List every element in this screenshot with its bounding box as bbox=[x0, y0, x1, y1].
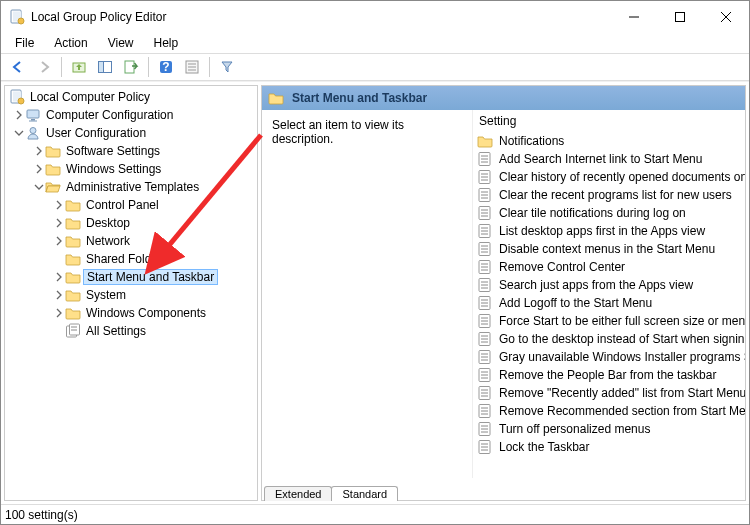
tree-start-menu-taskbar[interactable]: Start Menu and Taskbar bbox=[5, 268, 257, 286]
folder-icon bbox=[65, 305, 81, 321]
setting-row[interactable]: Disable context menus in the Start Menu bbox=[473, 240, 745, 258]
setting-row[interactable]: Lock the Taskbar bbox=[473, 438, 745, 456]
folder-icon bbox=[477, 133, 493, 149]
toolbar: ? bbox=[1, 53, 749, 81]
setting-label: Remove the People Bar from the taskbar bbox=[499, 368, 716, 382]
export-button[interactable] bbox=[119, 55, 143, 79]
policy-item-icon bbox=[477, 385, 493, 401]
setting-row[interactable]: Clear tile notifications during log on bbox=[473, 204, 745, 222]
svg-rect-24 bbox=[125, 61, 134, 73]
setting-label: Search just apps from the Apps view bbox=[499, 278, 693, 292]
window-title: Local Group Policy Editor bbox=[31, 10, 611, 24]
menu-view[interactable]: View bbox=[98, 34, 144, 52]
properties-button[interactable] bbox=[180, 55, 204, 79]
setting-row[interactable]: Add Logoff to the Start Menu bbox=[473, 294, 745, 312]
tree-computer-config[interactable]: Computer Configuration bbox=[5, 106, 257, 124]
menu-help[interactable]: Help bbox=[144, 34, 189, 52]
folder-icon bbox=[65, 251, 81, 267]
tree-network[interactable]: Network bbox=[5, 232, 257, 250]
help-button[interactable]: ? bbox=[154, 55, 178, 79]
settings-list: Setting NotificationsAdd Search Internet… bbox=[472, 110, 745, 478]
folder-icon bbox=[268, 90, 284, 106]
setting-row[interactable]: Force Start to be either full screen siz… bbox=[473, 312, 745, 330]
menu-bar: File Action View Help bbox=[1, 33, 749, 53]
setting-row[interactable]: Notifications bbox=[473, 132, 745, 150]
computer-icon bbox=[25, 107, 41, 123]
setting-label: List desktop apps first in the Apps view bbox=[499, 224, 705, 238]
setting-row[interactable]: Remove Recommended section from Start Me… bbox=[473, 402, 745, 420]
tree-shared-folders[interactable]: Shared Folders bbox=[5, 250, 257, 268]
policy-item-icon bbox=[477, 187, 493, 203]
setting-label: Lock the Taskbar bbox=[499, 440, 590, 454]
tree-user-config[interactable]: User Configuration bbox=[5, 124, 257, 142]
collapse-icon[interactable] bbox=[13, 127, 25, 139]
menu-file[interactable]: File bbox=[5, 34, 44, 52]
expand-icon[interactable] bbox=[53, 307, 65, 319]
tree-root[interactable]: Local Computer Policy bbox=[5, 88, 257, 106]
expand-icon[interactable] bbox=[33, 145, 45, 157]
tree-desktop[interactable]: Desktop bbox=[5, 214, 257, 232]
expand-icon[interactable] bbox=[53, 271, 65, 283]
tree-all-settings[interactable]: All Settings bbox=[5, 322, 257, 340]
tree-label: Windows Settings bbox=[63, 162, 164, 176]
tree-software-settings[interactable]: Software Settings bbox=[5, 142, 257, 160]
detail-header: Start Menu and Taskbar bbox=[262, 86, 745, 110]
tab-standard[interactable]: Standard bbox=[331, 486, 398, 501]
setting-row[interactable]: Remove Control Center bbox=[473, 258, 745, 276]
show-hide-tree-button[interactable] bbox=[93, 55, 117, 79]
policy-item-icon bbox=[477, 277, 493, 293]
settings-scroll[interactable]: NotificationsAdd Search Internet link to… bbox=[473, 132, 745, 478]
policy-item-icon bbox=[477, 349, 493, 365]
tab-extended[interactable]: Extended bbox=[264, 486, 332, 501]
window-buttons bbox=[611, 1, 749, 33]
expand-icon[interactable] bbox=[53, 289, 65, 301]
menu-action[interactable]: Action bbox=[44, 34, 97, 52]
folder-open-icon bbox=[45, 179, 61, 195]
tree-admin-templates[interactable]: Administrative Templates bbox=[5, 178, 257, 196]
tree-windows-settings[interactable]: Windows Settings bbox=[5, 160, 257, 178]
description-pane: Select an item to view its description. bbox=[262, 110, 472, 478]
setting-row[interactable]: Gray unavailable Windows Installer progr… bbox=[473, 348, 745, 366]
setting-row[interactable]: Remove "Recently added" list from Start … bbox=[473, 384, 745, 402]
window: Local Group Policy Editor File Action Vi… bbox=[0, 0, 750, 525]
setting-row[interactable]: Clear history of recently opened documen… bbox=[473, 168, 745, 186]
setting-row[interactable]: List desktop apps first in the Apps view bbox=[473, 222, 745, 240]
setting-row[interactable]: Add Search Internet link to Start Menu bbox=[473, 150, 745, 168]
tree-label: User Configuration bbox=[43, 126, 149, 140]
setting-row[interactable]: Search just apps from the Apps view bbox=[473, 276, 745, 294]
policy-icon bbox=[9, 89, 25, 105]
expand-icon[interactable] bbox=[53, 199, 65, 211]
forward-button[interactable] bbox=[32, 55, 56, 79]
folder-icon bbox=[45, 143, 61, 159]
tree-label: Local Computer Policy bbox=[27, 90, 153, 104]
expand-icon[interactable] bbox=[53, 235, 65, 247]
expand-icon[interactable] bbox=[33, 163, 45, 175]
back-button[interactable] bbox=[6, 55, 30, 79]
collapse-icon[interactable] bbox=[33, 181, 45, 193]
setting-row[interactable]: Go to the desktop instead of Start when … bbox=[473, 330, 745, 348]
policy-item-icon bbox=[477, 205, 493, 221]
setting-label: Remove "Recently added" list from Start … bbox=[499, 386, 745, 400]
setting-label: Force Start to be either full screen siz… bbox=[499, 314, 745, 328]
close-button[interactable] bbox=[703, 1, 749, 33]
setting-row[interactable]: Remove the People Bar from the taskbar bbox=[473, 366, 745, 384]
policy-item-icon bbox=[477, 439, 493, 455]
setting-row[interactable]: Clear the recent programs list for new u… bbox=[473, 186, 745, 204]
tree-pane[interactable]: Local Computer Policy Computer Configura… bbox=[4, 85, 258, 501]
toolbar-separator bbox=[148, 57, 149, 77]
setting-label: Gray unavailable Windows Installer progr… bbox=[499, 350, 745, 364]
body: Local Computer Policy Computer Configura… bbox=[1, 81, 749, 504]
minimize-button[interactable] bbox=[611, 1, 657, 33]
expand-icon[interactable] bbox=[53, 217, 65, 229]
tree-control-panel[interactable]: Control Panel bbox=[5, 196, 257, 214]
maximize-button[interactable] bbox=[657, 1, 703, 33]
column-header-setting[interactable]: Setting bbox=[473, 110, 745, 132]
policy-item-icon bbox=[477, 241, 493, 257]
setting-row[interactable]: Turn off personalized menus bbox=[473, 420, 745, 438]
tree-windows-components[interactable]: Windows Components bbox=[5, 304, 257, 322]
tree-system[interactable]: System bbox=[5, 286, 257, 304]
filter-button[interactable] bbox=[215, 55, 239, 79]
expand-icon[interactable] bbox=[13, 109, 25, 121]
up-button[interactable] bbox=[67, 55, 91, 79]
svg-rect-18 bbox=[676, 13, 685, 22]
